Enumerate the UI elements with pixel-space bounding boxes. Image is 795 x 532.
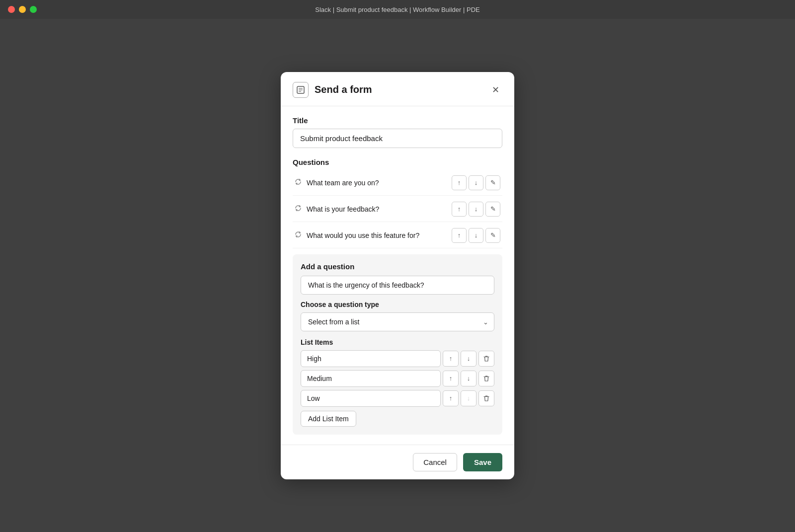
- list-item-1-up-button[interactable]: ↑: [443, 351, 459, 367]
- modal-header: Send a form ✕: [281, 72, 514, 106]
- q1-down-button[interactable]: ↓: [469, 175, 483, 190]
- list-item-2-up-button[interactable]: ↑: [443, 371, 459, 386]
- add-question-card: Add a question Choose a question type Se…: [293, 254, 502, 435]
- q2-down-button[interactable]: ↓: [469, 202, 483, 217]
- loop-icon-q3: [295, 231, 302, 239]
- question-row: What team are you on? ↑ ↓ ✎: [293, 170, 502, 196]
- question-actions-2: ↑ ↓ ✎: [452, 202, 500, 217]
- close-traffic-light[interactable]: [8, 6, 15, 13]
- title-bar: Slack | Submit product feedback | Workfl…: [0, 0, 795, 19]
- traffic-lights: [8, 6, 37, 13]
- list-item-3-down-button[interactable]: ↓: [461, 390, 477, 406]
- maximize-traffic-light[interactable]: [30, 6, 37, 13]
- list-item-3-delete-button[interactable]: [478, 390, 494, 406]
- list-item: ↑ ↓: [301, 350, 494, 367]
- q1-up-button[interactable]: ↑: [452, 175, 467, 190]
- q3-up-button[interactable]: ↑: [452, 228, 467, 243]
- form-icon: [293, 82, 309, 98]
- workflow-area: Send a form ✕ Title Questions: [0, 19, 795, 532]
- question-type-select[interactable]: Select from a list Short answer Long ans…: [301, 312, 494, 331]
- modal-title: Send a form: [315, 84, 488, 95]
- modal-close-button[interactable]: ✕: [488, 83, 502, 97]
- questions-label: Questions: [293, 158, 502, 166]
- form-svg-icon: [296, 85, 305, 94]
- modal-body: Title Questions What team are you on?: [281, 106, 514, 445]
- list-item-3-up-button[interactable]: ↑: [443, 390, 459, 406]
- list-items-label: List Items: [301, 338, 494, 346]
- question-type-wrapper: Select from a list Short answer Long ans…: [301, 312, 494, 331]
- q3-edit-button[interactable]: ✎: [485, 228, 500, 243]
- add-question-label: Add a question: [301, 262, 494, 271]
- window-title: Slack | Submit product feedback | Workfl…: [315, 6, 479, 13]
- send-form-modal: Send a form ✕ Title Questions: [281, 72, 514, 479]
- question-text-3: What would you use this feature for?: [307, 231, 452, 239]
- question-text-1: What team are you on?: [307, 179, 452, 187]
- list-item-2-down-button[interactable]: ↓: [461, 371, 477, 386]
- cancel-button[interactable]: Cancel: [413, 453, 457, 471]
- title-field-label: Title: [293, 116, 502, 125]
- question-text-2: What is your feedback?: [307, 205, 452, 213]
- new-question-input[interactable]: [301, 276, 494, 295]
- questions-section: Questions What team are you on? ↑: [293, 158, 502, 435]
- modal-overlay: Send a form ✕ Title Questions: [0, 19, 795, 532]
- list-item-1-down-button[interactable]: ↓: [461, 351, 477, 367]
- list-items-container: ↑ ↓ ↑ ↓: [301, 350, 494, 407]
- question-actions-3: ↑ ↓ ✎: [452, 228, 500, 243]
- q2-up-button[interactable]: ↑: [452, 202, 467, 217]
- q1-edit-button[interactable]: ✎: [485, 175, 500, 190]
- app-background: ‹ Submit product feedback Never Publishe…: [0, 19, 795, 532]
- loop-icon-q1: [295, 178, 302, 187]
- question-row: What would you use this feature for? ↑ ↓…: [293, 223, 502, 248]
- question-type-label: Choose a question type: [301, 301, 494, 308]
- list-item: ↑ ↓: [301, 390, 494, 407]
- list-item-2-delete-button[interactable]: [478, 371, 494, 386]
- list-item-input-2[interactable]: [301, 370, 441, 387]
- add-list-item-button[interactable]: Add List Item: [301, 411, 356, 427]
- q3-down-button[interactable]: ↓: [469, 228, 483, 243]
- save-button[interactable]: Save: [463, 453, 502, 471]
- question-row: What is your feedback? ↑ ↓ ✎: [293, 197, 502, 222]
- question-actions-1: ↑ ↓ ✎: [452, 175, 500, 190]
- loop-icon-q2: [295, 205, 302, 213]
- q2-edit-button[interactable]: ✎: [485, 202, 500, 217]
- list-item-1-delete-button[interactable]: [478, 351, 494, 367]
- title-input[interactable]: [293, 129, 502, 148]
- list-item-input-3[interactable]: [301, 390, 441, 407]
- list-item: ↑ ↓: [301, 370, 494, 387]
- list-item-input-1[interactable]: [301, 350, 441, 367]
- question-list: What team are you on? ↑ ↓ ✎: [293, 170, 502, 248]
- modal-footer: Cancel Save: [281, 445, 514, 479]
- minimize-traffic-light[interactable]: [19, 6, 26, 13]
